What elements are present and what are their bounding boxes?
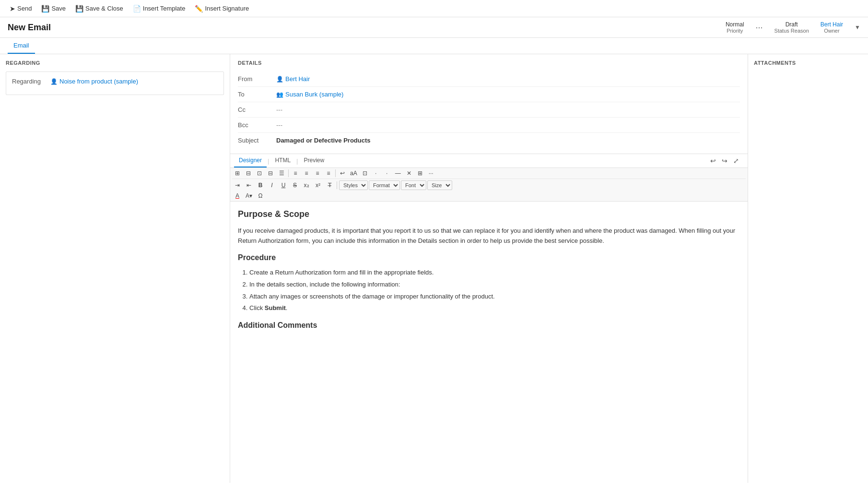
middle-panel: DETAILS From 👤 Bert Hair To 👥 Susan Burk… [230,54,748,483]
from-label: From [238,75,276,83]
top-toolbar: ➤ Send 💾 Save 💾 Save & Close 📄 Insert Te… [0,0,868,17]
save-close-icon: 💾 [75,5,83,12]
to-value[interactable]: 👥 Susan Burk (sample) [276,91,343,98]
tb-align-right[interactable]: ≡ [312,169,323,178]
editor-tab-designer[interactable]: Designer [234,154,267,167]
styles-dropdown[interactable]: Styles [339,180,368,190]
save-icon: 💾 [41,5,49,12]
to-person-icon: 👥 [276,91,283,98]
tb-misc1[interactable]: aA [348,169,359,178]
tb-misc2[interactable]: ⊡ [360,169,370,178]
editor-section: Designer | HTML | Preview ↩ ↪ ⤢ ⊞ ⊟ ⊡ ⊟ [230,154,748,483]
tb-sep2 [335,169,336,177]
bcc-value: --- [276,121,282,129]
attachments-section-title: ATTACHMENTS [754,60,862,66]
tb-misc7[interactable]: ⊞ [415,169,425,178]
tb-clear-format[interactable]: T̶ [324,181,335,190]
cc-value: --- [276,106,282,113]
tb-misc6[interactable]: ✕ [404,169,414,178]
tb-btn-5[interactable]: ☰ [276,169,287,178]
subject-value: Damaged or Defective Products [276,137,371,144]
tb-strikethrough[interactable]: S [290,181,300,190]
tb-indent-out[interactable]: ⇤ [244,181,254,190]
save-button[interactable]: 💾 Save [37,3,70,14]
header-bar: New Email Normal Priority ··· Draft Stat… [0,17,868,38]
tb-btn-3[interactable]: ⊡ [254,169,265,178]
format-dropdown[interactable]: Format [369,180,400,190]
attachments-panel: ATTACHMENTS [748,54,868,483]
tb-misc5[interactable]: — [393,169,403,178]
tb-align-justify[interactable]: ≡ [323,169,334,178]
regarding-label: Regarding [12,78,50,85]
regarding-value[interactable]: 👤 Noise from product (sample) [50,78,138,85]
bcc-label: Bcc [238,121,276,129]
tb-btn-4[interactable]: ⊟ [265,169,276,178]
redo-button[interactable]: ↪ [721,156,728,166]
cc-row: Cc --- [238,102,740,118]
editor-controls: ↩ ↪ ⤢ [709,156,744,166]
header-meta: Normal Priority ··· Draft Status Reason … [726,21,860,34]
insert-signature-button[interactable]: ✏️ Insert Signature [191,3,253,14]
owner-meta: Bert Hair Owner [821,21,843,34]
tab-email[interactable]: Email [8,38,35,54]
to-row: To 👥 Susan Burk (sample) [238,87,740,102]
submit-bold: Submit [265,304,286,311]
content-heading-1: Purpose & Scope [238,207,740,221]
editor-tab-html[interactable]: HTML [270,154,295,167]
tb-superscript[interactable]: x² [313,181,323,190]
tb-sep1 [288,169,289,177]
tb-underline[interactable]: U [278,181,289,190]
save-close-button[interactable]: 💾 Save & Close [71,3,127,14]
editor-toolbar-row2: ⇥ ⇤ B I U S x₂ x² T̶ Styles Format [232,179,746,190]
editor-content[interactable]: Purpose & Scope If you receive damaged p… [230,202,748,483]
editor-toolbar-row1: ⊞ ⊟ ⊡ ⊟ ☰ ≡ ≡ ≡ ≡ ↩ aA ⊡ · · — [232,169,746,179]
tb-subscript[interactable]: x₂ [301,181,312,190]
list-item-3: Attach any images or screenshots of the … [249,292,740,302]
details-section-title: DETAILS [238,60,740,66]
tb-italic[interactable]: I [267,181,277,190]
tb-font-color[interactable]: A [232,191,243,200]
insert-template-button[interactable]: 📄 Insert Template [129,3,189,14]
editor-tabs: Designer | HTML | Preview ↩ ↪ ⤢ [230,154,748,168]
editor-tab-divider2: | [295,157,299,165]
insert-template-icon: 📄 [133,5,141,12]
tb-undo2[interactable]: ↩ [337,169,348,178]
tb-misc8[interactable]: ··· [426,169,436,178]
send-icon: ➤ [10,5,15,12]
expand-button[interactable]: ⤢ [732,156,740,166]
header-chevron-icon[interactable]: ▼ [855,24,860,31]
tb-misc3[interactable]: · [371,169,381,178]
from-person-icon: 👤 [276,76,283,83]
cc-label: Cc [238,106,276,113]
regarding-person-icon: 👤 [50,78,58,85]
list-item-4: Click Submit. [249,303,740,313]
tb-align-center[interactable]: ≡ [301,169,312,178]
tb-btn-1[interactable]: ⊞ [232,169,243,178]
font-dropdown[interactable]: Font [401,180,426,190]
content-heading-2: Procedure [238,251,740,264]
tab-strip: Email [0,38,868,54]
undo-button[interactable]: ↩ [709,156,717,166]
editor-tab-divider1: | [267,157,270,165]
to-label: To [238,91,276,98]
page-title: New Email [8,23,51,33]
content-paragraph-1: If you receive damaged products, it is i… [238,226,740,246]
insert-signature-icon: ✏️ [195,5,203,12]
from-row: From 👤 Bert Hair [238,72,740,87]
send-button[interactable]: ➤ Send [6,3,35,14]
tb-misc4[interactable]: · [382,169,392,178]
tb-align-left[interactable]: ≡ [290,169,301,178]
tb-special-char[interactable]: Ω [255,191,266,200]
due-meta: Draft Status Reason [774,21,809,34]
size-dropdown[interactable]: Size [427,180,452,190]
editor-toolbar: ⊞ ⊟ ⊡ ⊟ ☰ ≡ ≡ ≡ ≡ ↩ aA ⊡ · · — [230,168,748,202]
more-options-button[interactable]: ··· [756,23,763,33]
priority-meta: Normal Priority [726,21,744,34]
tb-bold[interactable]: B [255,181,266,190]
tb-highlight[interactable]: A▾ [244,191,254,200]
subject-row: Subject Damaged or Defective Products [238,133,740,148]
tb-indent-in[interactable]: ⇥ [232,181,243,190]
editor-tab-preview[interactable]: Preview [299,154,329,167]
tb-btn-2[interactable]: ⊟ [243,169,254,178]
regarding-field-row: Regarding 👤 Noise from product (sample) [12,78,218,85]
